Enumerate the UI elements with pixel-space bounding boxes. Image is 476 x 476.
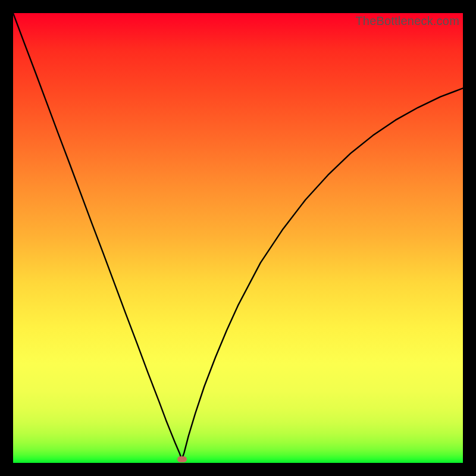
curve-path [13, 13, 463, 459]
chart-frame: TheBottleneck.com [0, 0, 476, 476]
plot-area: TheBottleneck.com [13, 13, 463, 463]
bottleneck-curve [13, 13, 463, 463]
min-marker [177, 456, 187, 462]
